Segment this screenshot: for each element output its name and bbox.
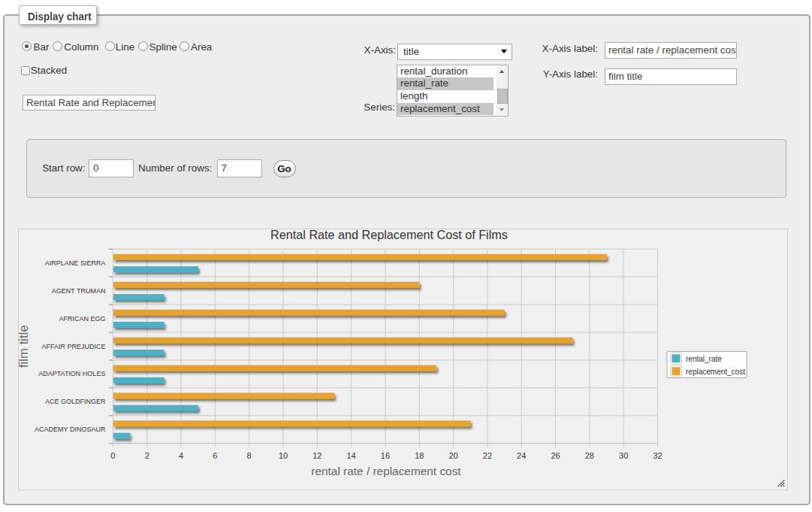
svg-text:10: 10 xyxy=(279,451,288,460)
svg-text:8: 8 xyxy=(247,451,252,460)
svg-text:6: 6 xyxy=(213,451,217,460)
svg-text:20: 20 xyxy=(448,451,457,460)
svg-text:film title: film title xyxy=(17,325,31,368)
svg-text:rental_rate: rental_rate xyxy=(686,355,722,363)
svg-text:26: 26 xyxy=(551,451,560,460)
svg-text:24: 24 xyxy=(517,451,526,460)
svg-text:AFFAIR PREJUDICE: AFFAIR PREJUDICE xyxy=(41,343,105,350)
svg-text:ACADEMY DINOSAUR: ACADEMY DINOSAUR xyxy=(35,426,106,433)
svg-text:28: 28 xyxy=(585,451,594,460)
svg-text:rental rate / replacement cost: rental rate / replacement cost xyxy=(311,465,461,477)
svg-text:ADAPTATION HOLES: ADAPTATION HOLES xyxy=(38,370,105,377)
svg-text:32: 32 xyxy=(653,451,662,460)
svg-text:replacement_cost: replacement_cost xyxy=(686,368,745,376)
svg-text:16: 16 xyxy=(381,451,390,460)
svg-text:14: 14 xyxy=(347,451,356,460)
svg-text:ACE GOLDFINGER: ACE GOLDFINGER xyxy=(45,398,106,405)
svg-text:2: 2 xyxy=(145,451,149,460)
svg-text:4: 4 xyxy=(179,451,183,460)
svg-text:18: 18 xyxy=(415,451,424,460)
svg-text:22: 22 xyxy=(483,451,492,460)
svg-text:AGENT TRUMAN: AGENT TRUMAN xyxy=(52,287,106,295)
svg-text:Rental Rate and Replacement Co: Rental Rate and Replacement Cost of Film… xyxy=(270,228,508,241)
svg-text:30: 30 xyxy=(619,451,628,460)
svg-text:AFRICAN EGG: AFRICAN EGG xyxy=(59,315,105,323)
svg-text:0: 0 xyxy=(110,451,115,460)
svg-text:AIRPLANE SIERRA: AIRPLANE SIERRA xyxy=(45,259,106,267)
svg-text:12: 12 xyxy=(312,451,321,460)
